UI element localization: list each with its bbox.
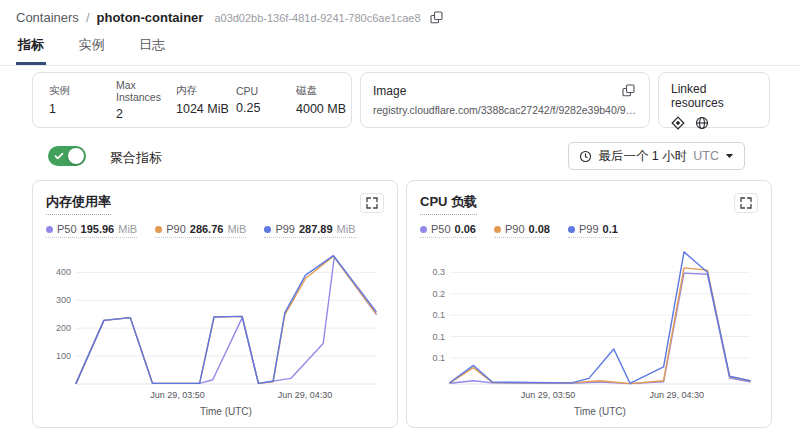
svg-text:0.2: 0.2 xyxy=(432,289,445,299)
aggregate-metrics-label: 聚合指标 xyxy=(110,149,162,167)
svg-text:0.3: 0.3 xyxy=(432,267,445,277)
svg-text:200: 200 xyxy=(56,323,71,333)
legend-dot xyxy=(155,226,162,233)
stat-label: 磁盘 xyxy=(296,84,346,98)
cpu-load-chart-card: CPU 负载 P500.06P900.08P990.1 0.30.20.10.1… xyxy=(406,180,772,428)
svg-text:Jun 29, 04:30: Jun 29, 04:30 xyxy=(650,390,705,400)
legend-item-p90[interactable]: P900.08 xyxy=(494,223,550,238)
expand-icon xyxy=(740,197,752,209)
expand-icon xyxy=(366,197,378,209)
tab-bar: 指标 实例 日志 xyxy=(0,34,800,66)
workers-icon xyxy=(671,116,685,130)
stat-value: 4000 MB xyxy=(296,102,346,116)
stat-value: 1024 MiB xyxy=(176,102,236,116)
stat-label: Max Instances xyxy=(116,79,176,103)
globe-icon xyxy=(695,116,709,130)
breadcrumb-separator: / xyxy=(86,10,90,25)
copy-icon xyxy=(430,11,443,24)
stat-label: 内存 xyxy=(176,84,236,98)
memory-chart-legend: P50195.96MiBP90286.76MiBP99287.89MiB xyxy=(46,223,384,238)
expand-cpu-chart-button[interactable] xyxy=(734,193,758,213)
svg-text:0.1: 0.1 xyxy=(432,310,445,320)
tab-metrics[interactable]: 指标 xyxy=(16,34,46,65)
legend-item-p50[interactable]: P500.06 xyxy=(420,223,476,238)
legend-item-p99[interactable]: P99287.89MiB xyxy=(264,223,355,238)
container-id: a03d02bb-136f-481d-9241-780c6ae1cae8 xyxy=(214,12,420,24)
domain-resource-link[interactable] xyxy=(695,116,709,130)
legend-dot xyxy=(420,226,427,233)
legend-dot xyxy=(46,226,53,233)
copy-id-button[interactable] xyxy=(428,9,445,26)
stat-cpu: CPU 0.25 xyxy=(236,85,296,115)
legend-item-p50[interactable]: P50195.96MiB xyxy=(46,223,137,238)
stat-instances: 实例 1 xyxy=(49,84,116,116)
memory-usage-chart[interactable]: 400300200100Jun 29, 03:50Jun 29, 04:30Ti… xyxy=(46,244,384,420)
svg-text:Jun 29, 03:50: Jun 29, 03:50 xyxy=(150,390,205,400)
tab-instances[interactable]: 实例 xyxy=(76,34,106,65)
copy-image-button[interactable] xyxy=(620,82,637,99)
svg-text:400: 400 xyxy=(56,267,71,277)
image-card: Image registry.cloudflare.com/3388cac272… xyxy=(360,72,650,128)
linked-resources-label: Linked resources xyxy=(671,82,757,110)
check-icon xyxy=(54,151,64,161)
workers-resource-link[interactable] xyxy=(671,116,685,130)
stat-memory: 内存 1024 MiB xyxy=(176,84,236,116)
expand-memory-chart-button[interactable] xyxy=(360,193,384,213)
svg-text:300: 300 xyxy=(56,295,71,305)
clock-icon xyxy=(579,150,592,163)
stat-value: 0.25 xyxy=(236,101,296,115)
container-stats-card: 实例 1 Max Instances 2 内存 1024 MiB CPU 0.2… xyxy=(32,72,352,128)
image-label: Image xyxy=(373,84,406,98)
toggle-knob xyxy=(68,148,84,164)
svg-text:100: 100 xyxy=(56,351,71,361)
legend-dot xyxy=(494,226,501,233)
cpu-chart-title[interactable]: CPU 负载 xyxy=(420,193,477,215)
svg-text:0.1: 0.1 xyxy=(432,353,445,363)
page-title: photon-container xyxy=(97,10,204,25)
time-range-value: 最后一个 1 小时 xyxy=(598,148,687,165)
svg-text:Time (UTC): Time (UTC) xyxy=(574,406,626,417)
legend-item-p90[interactable]: P90286.76MiB xyxy=(155,223,246,238)
tab-logs[interactable]: 日志 xyxy=(137,34,167,65)
memory-chart-title[interactable]: 内存使用率 xyxy=(46,193,111,215)
image-registry-url: registry.cloudflare.com/3388cac27242/f/9… xyxy=(373,104,637,116)
timezone-label: UTC xyxy=(693,149,719,163)
cpu-chart-legend: P500.06P900.08P990.1 xyxy=(420,223,758,238)
chevron-down-icon xyxy=(725,153,734,159)
legend-item-p99[interactable]: P990.1 xyxy=(568,223,618,238)
stat-label: 实例 xyxy=(49,84,116,98)
stat-label: CPU xyxy=(236,85,296,97)
svg-text:0.1: 0.1 xyxy=(432,332,445,342)
memory-usage-chart-card: 内存使用率 P50195.96MiBP90286.76MiBP99287.89M… xyxy=(32,180,398,428)
cpu-load-chart[interactable]: 0.30.20.10.10.1Jun 29, 03:50Jun 29, 04:3… xyxy=(420,244,758,420)
linked-resources-card: Linked resources xyxy=(658,72,770,128)
svg-text:Jun 29, 04:30: Jun 29, 04:30 xyxy=(278,390,333,400)
svg-text:Jun 29, 03:50: Jun 29, 03:50 xyxy=(521,390,576,400)
stat-value: 1 xyxy=(49,102,116,116)
legend-dot xyxy=(264,226,271,233)
stat-disk: 磁盘 4000 MB xyxy=(296,84,346,116)
breadcrumb-containers-link[interactable]: Containers xyxy=(16,10,79,25)
time-range-select[interactable]: 最后一个 1 小时 UTC xyxy=(568,142,745,170)
svg-text:Time (UTC): Time (UTC) xyxy=(200,406,252,417)
stat-value: 2 xyxy=(116,107,176,121)
aggregate-metrics-toggle[interactable] xyxy=(48,146,86,166)
stat-max-instances: Max Instances 2 xyxy=(116,79,176,121)
legend-dot xyxy=(568,226,575,233)
breadcrumb: Containers / photon-container a03d02bb-1… xyxy=(16,9,445,26)
copy-icon xyxy=(622,84,635,97)
